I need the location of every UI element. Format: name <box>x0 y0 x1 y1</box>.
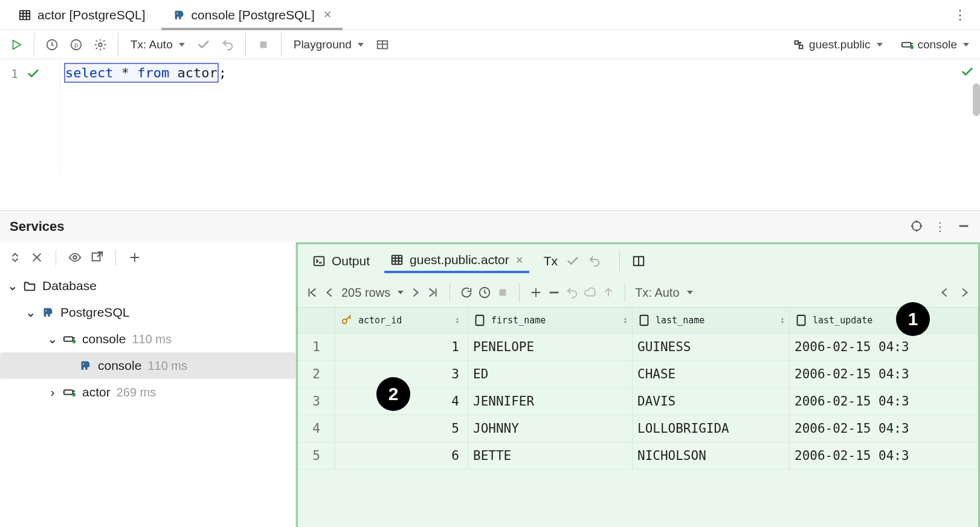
connection-icon <box>63 332 76 346</box>
results-tab-output[interactable]: Output <box>306 250 376 272</box>
table-row[interactable]: 56BETTENICHOLSON2006-02-15 04:3 <box>298 442 978 470</box>
grid-header: actor_id first_name last_name last_updat… <box>298 307 978 334</box>
layout-icon[interactable] <box>632 254 645 268</box>
playground-dropdown[interactable]: Playground <box>289 34 369 55</box>
tab-label: console [PostgreSQL] <box>192 8 315 22</box>
session-selector[interactable]: console <box>896 34 975 55</box>
close-icon[interactable]: ✕ <box>321 8 332 21</box>
close-icon[interactable]: ✕ <box>515 254 523 266</box>
tree-node-database[interactable]: ⌄ Database <box>0 273 295 299</box>
tree-node-actor[interactable]: › actor 269 ms <box>0 379 295 406</box>
col-actor-id[interactable]: actor_id <box>335 308 468 333</box>
tree-toolbar <box>0 242 295 273</box>
tab-console[interactable]: console [PostgreSQL] ✕ <box>161 0 343 30</box>
close-all-icon[interactable] <box>30 251 44 264</box>
remove-row-icon[interactable] <box>547 286 561 299</box>
commit-button[interactable] <box>193 34 214 55</box>
connection-icon <box>63 386 76 399</box>
expand-collapse-icon[interactable] <box>8 251 22 264</box>
services-panel: Services ⋮ ⌄ Database <box>0 210 980 527</box>
run-button[interactable] <box>6 34 27 55</box>
results-toolbar: 205 rows T <box>298 278 978 307</box>
revert-icon[interactable] <box>566 286 579 299</box>
services-tree: ⌄ Database ⌄ PostgreSQL ⌄ console 110 ms… <box>0 242 296 527</box>
settings-button[interactable] <box>90 34 111 55</box>
data-grid[interactable]: actor_id first_name last_name last_updat… <box>298 307 978 527</box>
tree-node-console[interactable]: ⌄ console 110 ms <box>0 326 295 352</box>
table-row[interactable]: 45JOHNNYLOLLOBRIGIDA2006-02-15 04:3 <box>298 415 978 442</box>
elephant-icon <box>41 306 54 319</box>
callout-2: 2 <box>376 377 410 411</box>
connection-icon <box>901 38 914 51</box>
terminal-icon <box>312 254 326 268</box>
refresh-icon[interactable] <box>460 286 473 299</box>
table-row[interactable]: 11PENELOPEGUINESS2006-02-15 04:3 <box>298 334 978 361</box>
panel-title: Services <box>10 219 65 234</box>
rows-count-dropdown[interactable]: 205 rows <box>341 286 404 300</box>
explain-plan-button[interactable] <box>66 34 86 55</box>
sql-editor[interactable]: 1 select * from actor; <box>0 59 980 174</box>
tx-mode-dropdown[interactable]: Tx: Auto <box>126 34 190 55</box>
column-icon <box>795 314 808 327</box>
col-last-name[interactable]: last_name <box>633 308 790 333</box>
elephant-icon <box>172 8 185 22</box>
last-page-icon[interactable] <box>427 286 440 299</box>
scroll-right-icon[interactable] <box>958 286 971 299</box>
more-icon[interactable]: ⋮ <box>947 4 973 27</box>
col-last-update[interactable]: last_update <box>790 308 978 333</box>
table-icon <box>390 253 404 267</box>
tab-actor[interactable]: actor [PostgreSQL] <box>7 0 156 30</box>
services-header: Services ⋮ <box>0 211 980 242</box>
stop-icon[interactable] <box>496 286 509 299</box>
prev-page-icon[interactable] <box>323 286 337 299</box>
folder-icon <box>23 279 36 293</box>
editor-scrollbar[interactable] <box>973 59 980 174</box>
column-icon <box>473 314 486 327</box>
elephant-icon <box>79 359 92 372</box>
tree-node-postgresql[interactable]: ⌄ PostgreSQL <box>0 299 295 326</box>
show-icon[interactable] <box>68 251 82 264</box>
editor-toolbar: Tx: Auto Playground guest.public console <box>0 30 980 59</box>
first-page-icon[interactable] <box>305 286 318 299</box>
minimize-icon[interactable] <box>957 219 970 233</box>
more-icon[interactable]: ⋮ <box>934 219 946 234</box>
rollback-button[interactable] <box>218 34 238 55</box>
auto-refresh-icon[interactable] <box>478 286 491 299</box>
results-tabs: Output guest.public.actor ✕ Tx <box>298 244 978 278</box>
schema-icon <box>792 38 805 51</box>
tx-mode-results-dropdown[interactable]: Tx: Auto <box>635 286 692 300</box>
tab-label: actor [PostgreSQL] <box>37 8 146 22</box>
commit-icon[interactable] <box>566 254 579 268</box>
rollback-icon[interactable] <box>588 254 601 268</box>
scroll-left-icon[interactable] <box>938 286 952 299</box>
target-icon[interactable] <box>910 219 923 233</box>
key-icon <box>340 314 353 327</box>
add-icon[interactable] <box>128 251 141 264</box>
column-icon <box>637 314 651 327</box>
tree-node-console-run[interactable]: console 110 ms <box>0 352 295 379</box>
results-tab-table[interactable]: guest.public.actor ✕ <box>384 249 529 273</box>
line-number: 1 <box>11 66 18 81</box>
open-new-tab-icon[interactable] <box>90 251 103 264</box>
check-icon <box>27 67 40 80</box>
view-as-table-button[interactable] <box>372 34 393 55</box>
status-check-icon <box>961 65 974 79</box>
results-tx-controls: Tx <box>538 250 607 272</box>
editor-tabstrip: actor [PostgreSQL] console [PostgreSQL] … <box>0 0 980 30</box>
next-page-icon[interactable] <box>408 286 422 299</box>
callout-1: 1 <box>896 302 930 336</box>
editor-content[interactable]: select * from actor; <box>60 59 980 174</box>
add-row-icon[interactable] <box>529 286 543 299</box>
submit-icon[interactable] <box>584 286 597 299</box>
results-pane: Output guest.public.actor ✕ Tx <box>296 242 980 527</box>
col-first-name[interactable]: first_name <box>468 308 633 333</box>
upload-icon[interactable] <box>602 286 615 299</box>
editor-gutter: 1 <box>0 59 60 174</box>
history-button[interactable] <box>42 34 62 55</box>
stop-button[interactable] <box>253 34 274 55</box>
schema-selector[interactable]: guest.public <box>787 34 887 55</box>
table-icon <box>18 8 31 22</box>
